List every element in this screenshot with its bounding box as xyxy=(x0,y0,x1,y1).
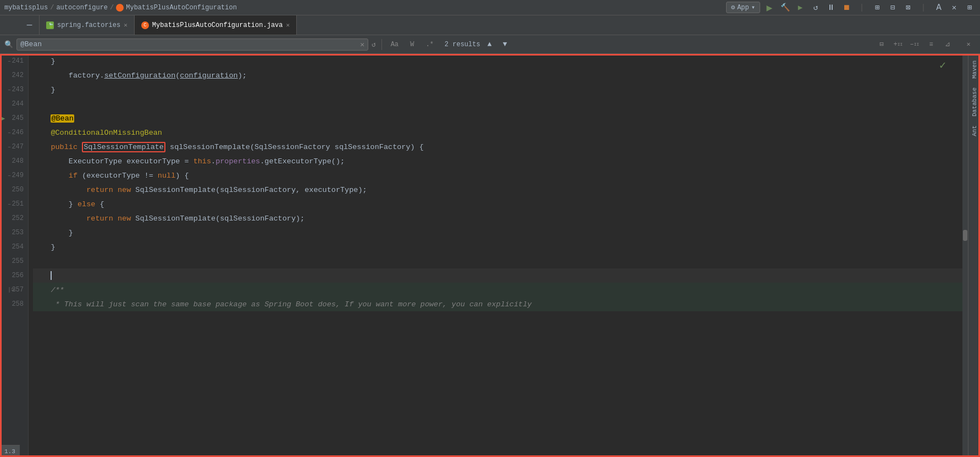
gutter-257: |= – 257 xyxy=(0,283,28,297)
search-close-button[interactable]: ✕ xyxy=(961,38,976,51)
search-settings-button[interactable]: +II xyxy=(891,38,905,51)
app-dropdown[interactable]: ⚙ App ▾ xyxy=(726,2,760,13)
code-250-return: return xyxy=(86,186,118,194)
code-247-indent xyxy=(33,143,51,151)
right-panel: Maven Database Ant xyxy=(968,54,980,457)
gutter-242: 242 xyxy=(0,68,28,82)
code-line-247: public SqlSessionTemplate sqlSessionTemp… xyxy=(33,140,962,154)
code-242-content: factory.setConfiguration(configuration); xyxy=(33,71,247,80)
code-line-244 xyxy=(33,97,962,111)
maven-tab[interactable]: Maven xyxy=(970,56,979,83)
app-chevron-icon: ▾ xyxy=(751,3,755,12)
breadcrumb-bar: mybatisplus / autoconfigure / MybatisPlu… xyxy=(0,0,980,15)
layout-button[interactable]: ⊞ xyxy=(871,2,883,14)
tab-mybatis-close[interactable]: ✕ xyxy=(286,21,290,29)
fold-251-icon[interactable]: – xyxy=(8,201,11,207)
line-num-250: 250 xyxy=(12,186,24,194)
line-num-246: 246 xyxy=(12,129,24,136)
expand-button[interactable]: ⊞ xyxy=(964,2,976,14)
fold-249-icon[interactable]: – xyxy=(8,173,11,179)
breadcrumb-mybatisplus[interactable]: mybatisplus xyxy=(4,4,48,12)
gutter-247: – 247 xyxy=(0,140,28,154)
gutter-255: 255 xyxy=(0,254,28,268)
run-gutter-icon-245[interactable]: ▶ xyxy=(1,114,5,123)
code-258-comment: * This will just scan the same base pack… xyxy=(33,300,531,309)
code-250-new: new xyxy=(118,186,135,194)
search-prev-button[interactable]: ▲ xyxy=(484,38,496,51)
line-num-255: 255 xyxy=(12,257,24,265)
code-249-null: null xyxy=(158,172,175,180)
fold-247-icon[interactable]: – xyxy=(8,144,11,150)
breadcrumb-class[interactable]: MybatisPlusAutoConfiguration xyxy=(126,4,237,12)
line-num-256: 256 xyxy=(12,272,24,279)
code-243-content: } xyxy=(33,86,56,94)
ant-tab[interactable]: Ant xyxy=(970,121,979,141)
tabs-bar: — 🍃 spring.factories ✕ C MybatisPlusAuto… xyxy=(0,15,980,35)
line-num-242: 242 xyxy=(12,71,24,79)
case-sensitive-button[interactable]: Aa xyxy=(387,38,402,51)
code-249-if: if xyxy=(69,172,82,180)
tab-spring-factories-close[interactable]: ✕ xyxy=(124,21,128,29)
code-247-sql-type: SqlSessionTemplate xyxy=(82,142,165,152)
whole-word-button[interactable]: W xyxy=(405,38,419,51)
fold-246-icon[interactable]: – xyxy=(8,130,11,136)
breadcrumb-sep-2: / xyxy=(110,4,114,12)
code-line-255 xyxy=(33,254,962,268)
code-248-prop: properties xyxy=(215,157,260,166)
status-line-col: 1.3 xyxy=(0,445,20,457)
breadcrumb-autoconfigure[interactable]: autoconfigure xyxy=(56,4,108,12)
tab-mybatis-config[interactable]: C MybatisPlusAutoConfiguration.java ✕ xyxy=(135,15,297,35)
gutter-241: – 241 xyxy=(0,54,28,68)
spring-factories-icon: 🍃 xyxy=(46,21,54,29)
search-lines-button[interactable]: ≡ xyxy=(924,38,938,51)
reload-button[interactable]: ↺ xyxy=(810,2,822,14)
search-next-button[interactable]: ▼ xyxy=(499,38,511,51)
code-line-251: } else { xyxy=(33,197,962,211)
pause-button[interactable]: ⏸ xyxy=(825,2,837,14)
code-250-indent xyxy=(33,186,86,194)
gutter-258: 258 xyxy=(0,297,28,311)
search-funnel-button[interactable]: ⊿ xyxy=(940,38,955,51)
sidebar-toggle[interactable]: — xyxy=(20,15,40,35)
code-256-indent xyxy=(33,272,51,280)
search-filter-button[interactable]: –II xyxy=(907,38,922,51)
text-cursor xyxy=(51,271,52,280)
build-green-button[interactable]: ▶ xyxy=(794,2,806,14)
code-line-250: return new SqlSessionTemplate(sqlSession… xyxy=(33,183,962,197)
code-257-indent xyxy=(33,286,51,294)
regex-button[interactable]: .* xyxy=(423,38,437,51)
tab-spring-factories-label: spring.factories xyxy=(57,21,120,29)
build-button[interactable]: 🔨 xyxy=(779,2,791,14)
line-num-258: 258 xyxy=(12,300,24,308)
separator-1: | xyxy=(856,2,868,14)
fold-243-icon[interactable]: – xyxy=(8,87,11,93)
regex-label: .* xyxy=(426,41,434,48)
gutter-245: ▶ 245 xyxy=(0,111,28,125)
commit-button[interactable]: Α xyxy=(933,2,945,14)
fold-257b-icon[interactable]: – xyxy=(13,287,16,293)
scrollbar-thumb[interactable] xyxy=(963,230,967,241)
database-tab[interactable]: Database xyxy=(970,83,979,121)
vertical-scrollbar[interactable] xyxy=(962,54,968,457)
search-input[interactable] xyxy=(20,40,358,48)
search-clear-icon[interactable]: ✕ xyxy=(360,40,364,49)
layout3-button[interactable]: ⊠ xyxy=(902,2,914,14)
tab-mybatis-label: MybatisPlusAutoConfiguration.java xyxy=(152,21,283,29)
line-num-251: 251 xyxy=(12,200,24,208)
code-254-content: } xyxy=(33,243,56,251)
code-249-cond: (executorType != xyxy=(82,172,158,180)
search-undo-icon[interactable]: ↺ xyxy=(372,40,376,49)
stop-button[interactable]: ⏹ xyxy=(840,2,852,14)
code-line-253: } xyxy=(33,225,962,240)
layout2-button[interactable]: ⊟ xyxy=(887,2,899,14)
line-num-252: 252 xyxy=(12,214,24,222)
close-button[interactable]: ✕ xyxy=(948,2,960,14)
tab-spring-factories[interactable]: 🍃 spring.factories ✕ xyxy=(40,15,135,35)
code-editor[interactable]: ✓ } factory.setConfiguration(configurati… xyxy=(29,54,962,457)
gutter-250: 250 xyxy=(0,183,28,197)
run-button[interactable]: ▶ xyxy=(763,2,776,14)
fold-241-icon[interactable]: – xyxy=(8,58,11,64)
line-num-241: 241 xyxy=(12,57,24,65)
code-line-249: if (executorType != null ) { xyxy=(33,168,962,183)
search-in-file-button[interactable]: ⊟ xyxy=(874,38,889,51)
